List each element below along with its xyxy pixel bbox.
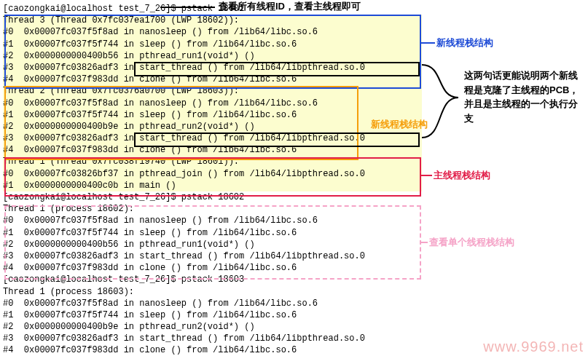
terminal-line: #1 0x00007fc037f5f744 in sleep () from /… bbox=[3, 309, 422, 321]
annotation-blue: 新线程栈结构 bbox=[436, 36, 493, 50]
terminal-line: #1 0x00007fc037f5f744 in sleep () from /… bbox=[3, 39, 422, 50]
terminal-line: #1 0x00007fc037f5f744 in sleep () from /… bbox=[3, 109, 422, 121]
terminal-line: #2 0x0000000000400b9e in pthread_run2(vo… bbox=[3, 121, 422, 132]
terminal-line: #4 0x00007fc037f983dd in clone () from /… bbox=[3, 74, 422, 85]
terminal-line: #1 0x00007fc037f5f744 in sleep () from /… bbox=[3, 227, 422, 239]
leader-line-red bbox=[420, 175, 432, 176]
terminal-line: [caozongkai@localhost test_7_26]$ pstack… bbox=[3, 3, 422, 15]
terminal-line: #4 0x00007fc037f983dd in clone () from /… bbox=[3, 144, 422, 156]
annotation-red: 主线程栈结构 bbox=[434, 169, 490, 182]
terminal-line: #3 0x00007fc03826adf3 in start_thread ()… bbox=[3, 333, 422, 344]
terminal-line: Thread 2 (Thread 0x7fc0376a0700 (LWP 186… bbox=[3, 85, 422, 97]
terminal-line: #2 0x0000000000400b56 in pthread_run1(vo… bbox=[3, 239, 422, 250]
terminal-line: #4 0x00007fc037f983dd in clone () from /… bbox=[3, 262, 422, 274]
terminal-line: #1 0x0000000000400c0b in main () bbox=[3, 180, 422, 191]
terminal-line: [caozongkai@localhost test_7_26]$ pstack… bbox=[3, 191, 422, 203]
terminal-line: #0 0x00007fc037f5f8ad in nanosleep () fr… bbox=[3, 26, 422, 38]
terminal-line: #3 0x00007fc03826adf3 in start_thread ()… bbox=[3, 62, 422, 74]
annotation-orange: 新线程栈结构 bbox=[371, 118, 428, 131]
leader-line-blue bbox=[420, 42, 435, 44]
terminal-line: Thread 1 (Thread 0x7fc038f19740 (LWP 186… bbox=[3, 156, 422, 167]
terminal-line: [caozongkai@localhost test_7_26]$ pstack… bbox=[3, 274, 422, 285]
terminal-line: Thread 3 (Thread 0x7fc037ea1700 (LWP 186… bbox=[3, 15, 422, 26]
watermark: www.9969.net bbox=[483, 337, 584, 357]
brace-icon bbox=[422, 61, 462, 141]
terminal-line: #3 0x00007fc03826adf3 in start_thread ()… bbox=[3, 132, 422, 144]
terminal-line: #0 0x00007fc037f5f8ad in nanosleep () fr… bbox=[3, 98, 422, 109]
terminal-line: #2 0x0000000000400b56 in pthread_run1(vo… bbox=[3, 50, 422, 62]
leader-line-pink bbox=[420, 242, 428, 243]
terminal-line: Thread 1 (process 18602): bbox=[3, 203, 422, 215]
terminal-output: [caozongkai@localhost test_7_26]$ pstack… bbox=[3, 3, 422, 357]
annotation-pink: 查看单个线程栈结构 bbox=[429, 236, 514, 249]
terminal-line: #0 0x00007fc037f5f8ad in nanosleep () fr… bbox=[3, 298, 422, 309]
terminal-line: #2 0x0000000000400b9e in pthread_run2(vo… bbox=[3, 321, 422, 333]
terminal-line: #4 0x00007fc037f983dd in clone () from /… bbox=[3, 344, 422, 356]
terminal-line: #3 0x00007fc03826adf3 in start_thread ()… bbox=[3, 250, 422, 262]
terminal-line: #0 0x00007fc03826bf37 in pthread_join ()… bbox=[3, 168, 422, 180]
terminal-line: #0 0x00007fc037f5f8ad in nanosleep () fr… bbox=[3, 215, 422, 226]
annotation-black: 这两句话更能说明两个新线程是克隆了主线程的PCB，并且是主线程的一个执行分支 bbox=[464, 68, 581, 125]
terminal-line: Thread 1 (process 18603): bbox=[3, 286, 422, 298]
